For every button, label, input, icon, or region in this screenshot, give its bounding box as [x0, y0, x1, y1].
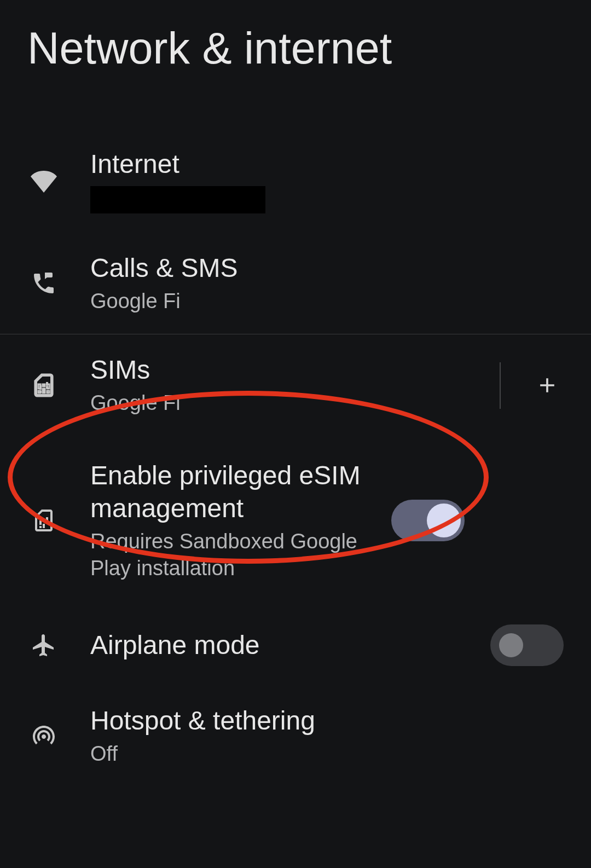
setting-calls-sms[interactable]: Calls & SMS Google Fi — [0, 233, 591, 334]
sims-title: SIMs — [90, 354, 489, 386]
esim-title: Enable privileged eSIM management — [90, 459, 380, 525]
hotspot-subtitle: Off — [90, 740, 564, 767]
hotspot-title: Hotspot & tethering — [90, 704, 564, 737]
wifi-icon — [27, 164, 60, 197]
internet-title: Internet — [90, 148, 564, 181]
add-sim-button[interactable] — [531, 369, 564, 402]
airplane-title: Airplane mode — [90, 629, 479, 662]
settings-list: Internet Calls & SMS Google Fi SIMs Goog… — [0, 129, 591, 786]
page-title: Network & internet — [0, 0, 591, 129]
setting-internet[interactable]: Internet — [0, 129, 591, 233]
setting-hotspot[interactable]: Hotspot & tethering Off — [0, 685, 591, 786]
vertical-divider — [500, 362, 501, 409]
phone-message-icon — [27, 267, 60, 300]
airplane-toggle[interactable] — [490, 624, 564, 666]
setting-esim-management[interactable]: Enable privileged eSIM management Requir… — [0, 436, 591, 605]
calls-sms-title: Calls & SMS — [90, 252, 564, 285]
setting-sims[interactable]: SIMs Google Fi — [0, 334, 591, 436]
setting-airplane-mode[interactable]: Airplane mode — [0, 605, 591, 685]
sim-card-icon — [27, 504, 60, 537]
sims-subtitle: Google Fi — [90, 390, 489, 416]
redacted-subtitle — [90, 186, 265, 213]
esim-subtitle: Requires Sandboxed Google Play installat… — [90, 528, 380, 582]
sim-card-icon — [27, 369, 60, 402]
airplane-icon — [27, 629, 60, 662]
calls-sms-subtitle: Google Fi — [90, 288, 564, 315]
hotspot-icon — [27, 719, 60, 752]
esim-toggle[interactable] — [391, 500, 465, 541]
